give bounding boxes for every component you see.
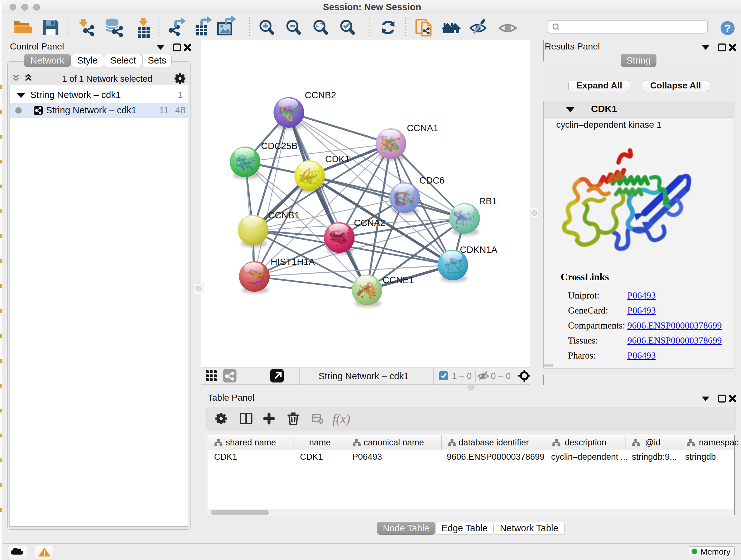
svg-text:CCNB1: CCNB1	[268, 210, 299, 220]
svg-text:CDKN1A: CDKN1A	[460, 245, 497, 255]
svg-text:f(x): f(x)	[333, 412, 350, 426]
svg-text:CDK1: CDK1	[325, 154, 350, 164]
svg-text:String Network – cdk1: String Network – cdk1	[319, 371, 409, 381]
svg-text:RB1: RB1	[479, 196, 497, 206]
svg-text:HIST1H1A: HIST1H1A	[271, 257, 315, 267]
svg-text:CCNA1: CCNA1	[407, 123, 438, 133]
svg-text:CDC6: CDC6	[419, 175, 445, 186]
svg-text:CCNE1: CCNE1	[383, 275, 414, 285]
svg-text:CCNB2: CCNB2	[305, 90, 336, 100]
svg-text:CCNA2: CCNA2	[354, 218, 385, 228]
svg-text:1 – 0: 1 – 0	[452, 371, 472, 381]
svg-text:?: ?	[724, 22, 731, 34]
svg-text:0 – 0: 0 – 0	[491, 371, 511, 381]
svg-text:CDC25B: CDC25B	[261, 141, 297, 151]
